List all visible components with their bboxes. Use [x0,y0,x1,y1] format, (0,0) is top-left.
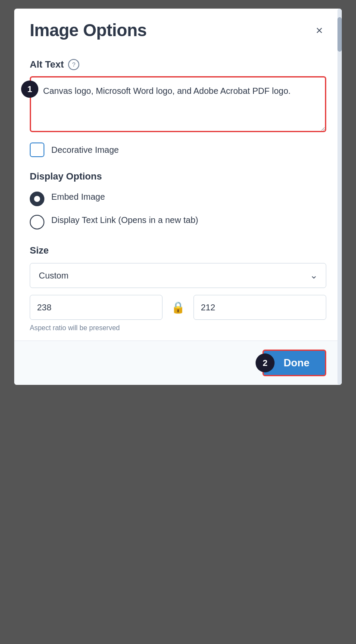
radio-embed-image-inner [34,196,40,202]
done-button-wrapper: 2 Done [262,350,326,376]
alt-text-input[interactable]: Canvas logo, Microsoft Word logo, and Ad… [30,76,326,132]
decorative-image-checkbox[interactable] [30,142,44,157]
step2-badge: 2 [256,353,275,372]
aspect-ratio-note: Aspect ratio will be preserved [30,324,326,341]
radio-text-link[interactable] [30,215,44,229]
decorative-image-label[interactable]: Decorative Image [51,145,119,155]
alt-text-label: Alt Text [30,59,64,70]
size-select[interactable]: Custom [30,263,326,288]
radio-row-text-link: Display Text Link (Opens in a new tab) [30,214,326,229]
size-title: Size [30,245,326,256]
step1-badge: 1 [21,80,38,98]
decorative-image-row: Decorative Image [30,142,326,157]
panel-title: Image Options [30,21,147,40]
size-select-wrapper: Custom ⌄ [30,263,326,288]
lock-icon: 🔒 [171,301,185,314]
dimension-row: 🔒 [30,295,326,320]
alt-text-label-row: Alt Text ? [30,59,326,70]
scrollbar-thumb[interactable] [337,17,342,52]
radio-row-embed: Embed Image [30,191,326,206]
display-options-title: Display Options [30,171,326,182]
panel-body: Alt Text ? 1 Canvas logo, Microsoft Word… [14,49,342,341]
radio-embed-image-label: Embed Image [51,191,105,203]
radio-embed-image[interactable] [30,192,44,206]
radio-text-link-label: Display Text Link (Opens in a new tab) [51,214,198,226]
panel-footer: 2 Done [14,341,342,385]
alt-text-container: 1 Canvas logo, Microsoft Word logo, and … [30,76,326,132]
scrollbar-track[interactable] [337,9,342,385]
image-options-panel: Image Options × Alt Text ? 1 Canvas logo… [14,9,342,385]
height-input[interactable] [194,295,326,320]
alt-text-help-icon[interactable]: ? [68,59,79,70]
panel-header: Image Options × [14,9,342,49]
close-button[interactable]: × [312,23,326,38]
width-input[interactable] [30,295,162,320]
lock-icon-wrapper: 🔒 [169,301,187,314]
display-options-group: Embed Image Display Text Link (Opens in … [30,191,326,229]
